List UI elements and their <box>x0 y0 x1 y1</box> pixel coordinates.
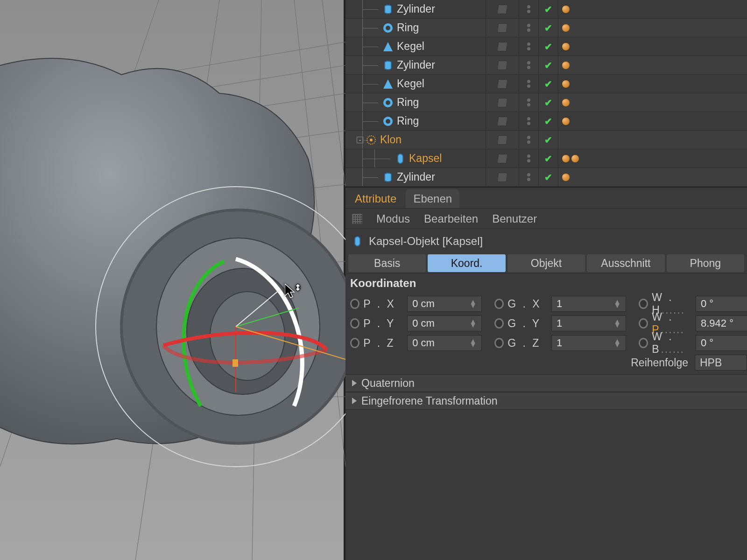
layer-swatch[interactable] <box>486 75 519 93</box>
phong-tag-icon[interactable] <box>571 155 579 162</box>
layer-swatch[interactable] <box>486 112 519 130</box>
tab-basis[interactable]: Basis <box>348 254 426 272</box>
phong-tag-icon[interactable] <box>562 6 570 13</box>
enable-toggle[interactable]: ✔ <box>539 131 558 149</box>
anim-radio-wp[interactable] <box>639 318 648 329</box>
input-wh[interactable]: 0 ° <box>696 296 747 312</box>
visibility-toggle[interactable] <box>519 56 539 74</box>
tag-area[interactable] <box>558 99 570 106</box>
layer-swatch[interactable] <box>486 56 519 74</box>
hierarchy-item-label[interactable]: Zylinder <box>397 171 435 183</box>
layer-swatch[interactable] <box>486 19 519 37</box>
hierarchy-item-label[interactable]: Kegel <box>397 40 424 53</box>
object-manager[interactable]: Zylinder✔Ring✔Kegel✔Zylinder✔Kegel✔Ring✔… <box>345 0 747 188</box>
hierarchy-row[interactable]: Zylinder✔ <box>345 56 747 75</box>
layer-swatch[interactable] <box>486 131 519 149</box>
tag-area[interactable] <box>558 155 579 162</box>
phong-tag-icon[interactable] <box>562 174 570 181</box>
hierarchy-row[interactable]: Zylinder✔ <box>345 168 747 187</box>
visibility-toggle[interactable] <box>519 0 539 18</box>
layer-swatch[interactable] <box>486 149 519 168</box>
menu-benutzer[interactable]: Benutzer <box>492 212 537 225</box>
anim-radio-gy[interactable] <box>494 318 504 329</box>
tag-area[interactable] <box>558 43 570 50</box>
layer-swatch[interactable] <box>486 93 519 112</box>
hierarchy-item-label[interactable]: Klon <box>380 133 402 146</box>
hierarchy-row[interactable]: Kegel✔ <box>345 75 747 93</box>
input-px[interactable]: 0 cm▲▼ <box>407 296 482 312</box>
layer-swatch[interactable] <box>486 0 519 18</box>
hierarchy-item-label[interactable]: Kegel <box>397 77 424 90</box>
anim-radio-gx[interactable] <box>494 299 504 309</box>
enable-toggle[interactable]: ✔ <box>539 19 558 37</box>
enable-toggle[interactable]: ✔ <box>539 112 558 130</box>
fold-frozen-transform[interactable]: Eingefrorene Transformation <box>345 392 747 410</box>
enable-toggle[interactable]: ✔ <box>539 0 558 18</box>
tab-koord[interactable]: Koord. <box>428 254 505 272</box>
enable-toggle[interactable]: ✔ <box>539 168 558 186</box>
input-gy[interactable]: 1▲▼ <box>551 315 626 331</box>
phong-tag-icon[interactable] <box>562 24 570 32</box>
tag-area[interactable] <box>558 174 570 181</box>
input-gz[interactable]: 1▲▼ <box>551 335 626 351</box>
hierarchy-row[interactable]: Kapsel✔ <box>345 149 747 168</box>
phong-tag-icon[interactable] <box>562 155 570 162</box>
tab-attribute[interactable]: Attribute <box>347 189 404 208</box>
enable-toggle[interactable]: ✔ <box>539 56 558 74</box>
tab-ebenen[interactable]: Ebenen <box>406 189 459 208</box>
menu-modus[interactable]: Modus <box>376 212 410 225</box>
visibility-toggle[interactable] <box>519 112 539 130</box>
layer-swatch[interactable] <box>486 168 519 186</box>
anim-radio-gz[interactable] <box>494 338 504 348</box>
phong-tag-icon[interactable] <box>562 43 570 50</box>
phong-tag-icon[interactable] <box>562 118 570 125</box>
hierarchy-item-label[interactable]: Ring <box>397 21 419 34</box>
hierarchy-row[interactable]: Ring✔ <box>345 93 747 112</box>
visibility-toggle[interactable] <box>519 168 539 186</box>
input-gx[interactable]: 1▲▼ <box>551 296 626 312</box>
menu-bearbeiten[interactable]: Bearbeiten <box>424 212 478 225</box>
hierarchy-item-label[interactable]: Ring <box>397 115 419 127</box>
phong-tag-icon[interactable] <box>562 62 570 69</box>
tab-objekt[interactable]: Objekt <box>507 254 585 272</box>
tag-area[interactable] <box>558 24 570 32</box>
enable-toggle[interactable]: ✔ <box>539 75 558 93</box>
hierarchy-row[interactable]: Kegel✔ <box>345 37 747 56</box>
tag-area[interactable] <box>558 62 570 69</box>
hierarchy-row[interactable]: -Klon✔ <box>345 131 747 149</box>
tag-area[interactable] <box>558 6 570 13</box>
hierarchy-item-label[interactable]: Zylinder <box>397 59 435 71</box>
anim-radio-py[interactable] <box>350 318 359 329</box>
hierarchy-item-label[interactable]: Kapsel <box>409 152 442 165</box>
visibility-toggle[interactable] <box>519 19 539 37</box>
phong-tag-icon[interactable] <box>562 80 570 88</box>
select-rotation-order[interactable]: HPB <box>695 355 747 371</box>
visibility-toggle[interactable] <box>519 37 539 56</box>
visibility-toggle[interactable] <box>519 93 539 112</box>
tag-area[interactable] <box>558 118 570 125</box>
fold-quaternion[interactable]: Quaternion <box>345 374 747 392</box>
tab-phong[interactable]: Phong <box>667 254 744 272</box>
lock-grid-icon[interactable] <box>352 214 362 224</box>
input-py[interactable]: 0 cm▲▼ <box>407 315 482 331</box>
input-pz[interactable]: 0 cm▲▼ <box>407 335 482 351</box>
hierarchy-item-label[interactable]: Zylinder <box>397 3 435 15</box>
visibility-toggle[interactable] <box>519 149 539 168</box>
tab-ausschnitt[interactable]: Ausschnitt <box>587 254 664 272</box>
enable-toggle[interactable]: ✔ <box>539 149 558 168</box>
anim-radio-px[interactable] <box>350 299 359 309</box>
input-wp[interactable]: 8.942 ° <box>696 315 747 331</box>
layer-swatch[interactable] <box>486 37 519 56</box>
hierarchy-row[interactable]: Ring✔ <box>345 19 747 37</box>
hierarchy-row[interactable]: Ring✔ <box>345 112 747 131</box>
anim-radio-pz[interactable] <box>350 338 359 348</box>
phong-tag-icon[interactable] <box>562 99 570 106</box>
viewport-3d[interactable] <box>0 0 345 560</box>
hierarchy-item-label[interactable]: Ring <box>397 96 419 109</box>
visibility-toggle[interactable] <box>519 75 539 93</box>
anim-radio-wh[interactable] <box>639 299 648 309</box>
input-wb[interactable]: 0 ° <box>696 335 747 351</box>
visibility-toggle[interactable] <box>519 131 539 149</box>
hierarchy-row[interactable]: Zylinder✔ <box>345 0 747 19</box>
anim-radio-wb[interactable] <box>639 338 648 348</box>
